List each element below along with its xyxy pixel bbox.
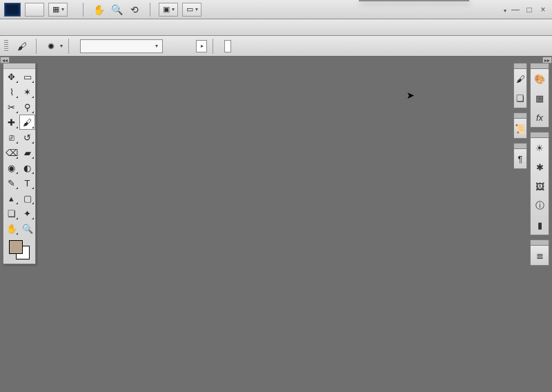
navigator-panel-icon[interactable]: 🖼 — [533, 179, 546, 193]
opacity-input[interactable]: ▸ — [196, 40, 207, 52]
menu-bar — [0, 19, 552, 36]
character-panel-icon[interactable]: ¶ — [513, 152, 527, 166]
arrange-documents-button[interactable]: ▣ — [159, 3, 178, 17]
minimize-button[interactable]: — — [511, 5, 520, 14]
tools-panel: ✥ ▭ ⌇ ✶ ✂ ⚲ ✚ 🖌 ⎚ ↺ ⌫ ▰ ◉ ◐ ✎ T ▴ ▢ ❏ ✦ … — [3, 63, 36, 264]
bridge-button[interactable] — [25, 3, 44, 17]
foreground-color-swatch[interactable] — [9, 240, 23, 254]
view-extras-button[interactable]: ▦ — [48, 3, 68, 17]
workspace-switcher[interactable] — [504, 6, 506, 14]
close-button[interactable]: × — [538, 5, 548, 14]
application-bar: ▦ ✋ 🔍 ⟲ ▣ ▭ — □ × — [0, 0, 552, 19]
history-panel-icon[interactable]: 📜 — [513, 121, 527, 135]
styles-panel-icon[interactable]: fx — [533, 110, 546, 124]
options-bar: 🖌 ▾ ▸ — [0, 36, 552, 57]
blend-mode-select[interactable] — [80, 39, 163, 53]
brush-tool-icon[interactable]: 🖌 — [14, 39, 30, 54]
brush-preset-picker[interactable]: ▾ — [48, 43, 63, 50]
panel-drag-handle[interactable] — [3, 63, 35, 69]
tool-hand[interactable]: ✋ — [3, 221, 19, 236]
tool-zoom[interactable]: 🔍 — [19, 221, 35, 236]
brush-preview-icon — [48, 43, 55, 50]
tool-crop[interactable]: ✂ — [3, 99, 19, 115]
tool-brush[interactable]: 🖌 — [19, 115, 35, 130]
tool-move[interactable]: ✥ — [3, 69, 19, 84]
panel-tab[interactable] — [513, 112, 527, 118]
clone-source-panel-icon[interactable]: ❏ — [513, 91, 527, 105]
panel-tab[interactable] — [530, 132, 549, 137]
color-swatches — [3, 236, 35, 264]
fenster-menu-dropdown — [359, 0, 469, 1]
tool-blur[interactable]: ◉ — [3, 160, 19, 175]
layers-panel-icon[interactable]: ≣ — [533, 248, 546, 262]
screen-mode-button[interactable]: ▭ — [182, 3, 201, 17]
gripper[interactable] — [4, 40, 8, 52]
rotate-view-icon[interactable]: ⟲ — [128, 3, 141, 17]
info-panel-icon[interactable]: ⓘ — [533, 199, 546, 213]
tool-path-select[interactable]: ▴ — [3, 190, 19, 206]
panel-tab[interactable] — [513, 63, 527, 68]
separator — [150, 3, 150, 17]
tool-type[interactable]: T — [19, 175, 35, 190]
tool-stamp[interactable]: ⎚ — [3, 130, 19, 145]
adjustments-panel-icon[interactable]: ☀ — [533, 141, 546, 155]
tool-quick-select[interactable]: ✶ — [19, 84, 35, 99]
panel-dock-right: 🎨 ▦ fx ☀ ✱ 🖼 ⓘ ▮ ≣ — [530, 63, 549, 270]
panel-tab[interactable] — [530, 239, 549, 245]
zoom-tool-icon[interactable]: 🔍 — [110, 3, 124, 17]
tool-eyedropper[interactable]: ⚲ — [19, 99, 35, 115]
tool-shape[interactable]: ▢ — [19, 190, 35, 206]
color-panel-icon[interactable]: 🎨 — [533, 72, 546, 86]
separator — [213, 39, 213, 54]
tool-marquee[interactable]: ▭ — [19, 69, 35, 84]
brush-panel-icon[interactable]: 🖌 — [513, 72, 527, 86]
separator — [83, 3, 83, 17]
tool-3d-camera[interactable]: ✦ — [19, 206, 35, 221]
masks-panel-icon[interactable]: ✱ — [533, 160, 546, 174]
tool-eraser[interactable]: ⌫ — [3, 145, 19, 160]
tool-pen[interactable]: ✎ — [3, 175, 19, 190]
photoshop-logo-icon — [4, 3, 21, 17]
tool-dodge[interactable]: ◐ — [19, 160, 35, 175]
tool-gradient[interactable]: ▰ — [19, 145, 35, 160]
maximize-button[interactable]: □ — [524, 5, 534, 14]
tool-history-brush[interactable]: ↺ — [19, 130, 35, 145]
separator — [68, 39, 69, 54]
panel-tab[interactable] — [530, 63, 549, 68]
tool-3d[interactable]: ❏ — [3, 206, 19, 221]
hand-tool-icon[interactable]: ✋ — [92, 3, 106, 17]
cursor-icon: ➤ — [406, 90, 415, 101]
flow-input[interactable] — [224, 40, 231, 52]
tool-healing[interactable]: ✚ — [3, 115, 19, 130]
swatches-panel-icon[interactable]: ▦ — [533, 91, 546, 105]
histogram-panel-icon[interactable]: ▮ — [533, 218, 546, 232]
panel-dock-left: 🖌 ❏ 📜 ¶ — [513, 63, 527, 173]
separator — [36, 39, 37, 54]
tool-lasso[interactable]: ⌇ — [3, 84, 19, 99]
panel-tab[interactable] — [513, 143, 527, 148]
